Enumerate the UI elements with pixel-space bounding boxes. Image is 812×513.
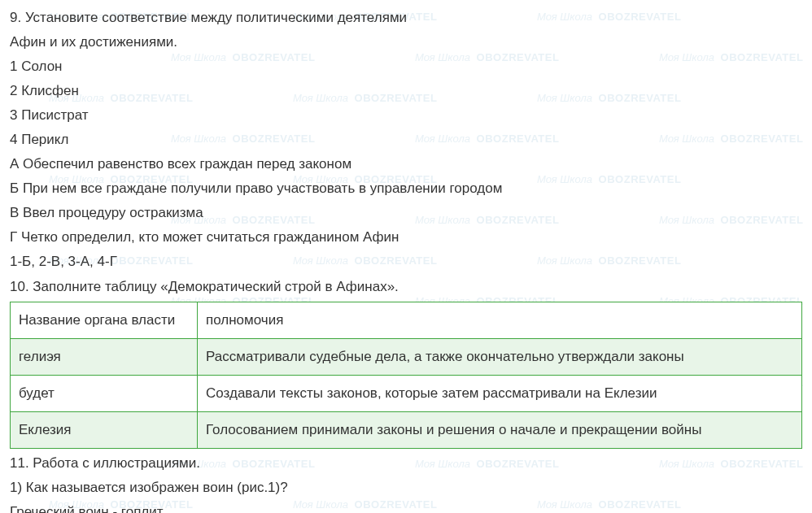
table-header-col2: полномочия: [198, 302, 802, 338]
table-cell-name: Еклезия: [11, 411, 198, 448]
q11-ans1: Греческий воин - гоплит: [10, 501, 802, 513]
q9-item-1: 1 Солон: [10, 55, 802, 78]
table-header-row: Название органа власти полномочия: [11, 302, 802, 338]
q9-answer: 1-Б, 2-В, 3-А, 4-Г: [10, 250, 802, 273]
table-cell-desc: Рассматривали судебные дела, а также око…: [198, 338, 802, 375]
q9-option-a: А Обеспечил равенство всех граждан перед…: [10, 153, 802, 176]
table-row: гелиэя Рассматривали судебные дела, а та…: [11, 338, 802, 375]
table-row: будет Создавали тексты законов, которые …: [11, 375, 802, 411]
table-cell-desc: Создавали тексты законов, которые затем …: [198, 375, 802, 411]
q9-option-v: В Ввел процедуру остракизма: [10, 202, 802, 224]
q11-prompt: 11. Работа с иллюстрациями.: [10, 452, 802, 475]
q10-prompt: 10. Заполните таблицу «Демократический с…: [10, 276, 802, 298]
q9-item-4: 4 Перикл: [10, 128, 802, 151]
q9-item-3: 3 Писистрат: [10, 104, 802, 127]
q9-option-g: Г Четко определил, кто может считаться г…: [10, 226, 802, 249]
q10-table: Название органа власти полномочия гелиэя…: [10, 302, 802, 449]
q9-item-2: 2 Клисфен: [10, 80, 802, 102]
table-header-col1: Название органа власти: [11, 302, 198, 338]
table-row: Еклезия Голосованием принимали законы и …: [11, 411, 802, 448]
q9-prompt-line1: 9. Установите соответствие между политич…: [10, 7, 802, 29]
q9-prompt-line2: Афин и их достижениями.: [10, 31, 802, 54]
q11-sub1: 1) Как называется изображен воин (рис.1)…: [10, 476, 802, 499]
table-cell-name: будет: [11, 375, 198, 411]
document-content: 9. Установите соответствие между политич…: [10, 7, 802, 513]
q9-option-b: Б При нем все граждане получили право уч…: [10, 177, 802, 200]
table-cell-desc: Голосованием принимали законы и решения …: [198, 411, 802, 448]
table-cell-name: гелиэя: [11, 338, 198, 375]
